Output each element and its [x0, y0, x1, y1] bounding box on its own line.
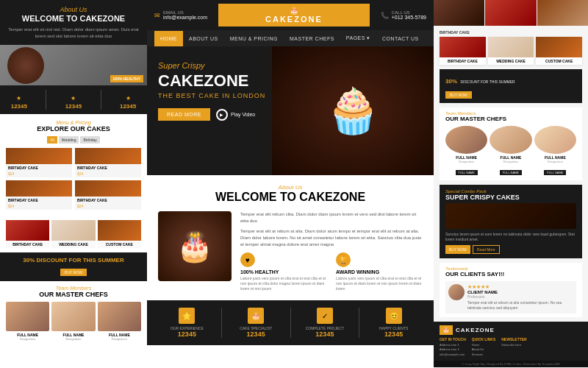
birthday-cake-label-right: BIRTHDAY CAKE	[440, 30, 582, 35]
cake-card-1[interactable]: BIRTHDAY CAKE $24	[6, 148, 72, 177]
nav-about[interactable]: ABOUT US	[183, 31, 224, 46]
featured-row-right: BIRTHDAY CAKE WEDDING CAKE CUSTOM CAKE	[440, 37, 582, 65]
logo[interactable]: 🎂 CAKEZONE	[218, 4, 370, 26]
nav-menu[interactable]: MENU & PRICING	[224, 31, 284, 46]
cake-card-4[interactable]: BIRTHDAY CAKE $24	[75, 180, 141, 210]
chef-role-left-2: Designation	[51, 337, 95, 341]
stat-divider-2	[101, 90, 101, 110]
projects-icon: ✓	[317, 308, 333, 324]
about-para2: Temper erat elit at rebum at alia. Diam …	[240, 228, 423, 248]
cake-price-3: $24	[6, 204, 72, 210]
filter-all[interactable]: All	[47, 136, 57, 144]
discount-buy-btn-left[interactable]: BUY NOW	[60, 269, 87, 276]
left-panel: About Us WELCOME TO CAKEZONE Temper erat…	[0, 0, 147, 368]
chefs-row-left: FULL NAME Designation FULL NAME Designat…	[6, 302, 141, 341]
chef-card-left-1: FULL NAME Designation	[6, 302, 49, 341]
cake-price-1: $24	[6, 171, 72, 177]
stat-num-1: 12345	[11, 103, 27, 110]
chef-role-right-3: Designation	[534, 160, 576, 163]
cake-card-3[interactable]: BIRTHDAY CAKE $24	[6, 180, 72, 210]
left-feature-image: 100% HEALTHY	[0, 45, 147, 85]
client-role: Profession	[467, 294, 573, 299]
cake-img-1	[6, 148, 72, 164]
footer-newsletter-link[interactable]: Subscribe here	[501, 343, 526, 347]
feat-cake-custom[interactable]: CUSTOM CAKE	[98, 220, 141, 248]
about-features: ♥ 100% HEALTHY Labore justo vero ipsum e…	[240, 252, 423, 291]
play-icon: ▶	[216, 109, 228, 121]
testimonial-content: ★★★★★ CLIENT NAME Profession Temper erat…	[467, 284, 573, 311]
feat-cake-wedding[interactable]: WEDDING CAKE	[51, 220, 95, 248]
footer-newsletter-title: NEWSLETTER	[501, 337, 526, 342]
rt-img-3	[537, 0, 588, 26]
phone-icon: 📞	[381, 12, 389, 19]
projects-num: 12345	[295, 330, 356, 338]
right-panel: BIRTHDAY CAKE BIRTHDAY CAKE WEDDING CAKE…	[434, 0, 588, 368]
experience-num: 12345	[157, 330, 218, 338]
nav-contact[interactable]: CONTACT US	[376, 31, 425, 46]
hero-subtitle: THE BEST CAKE IN LONDON	[158, 92, 265, 99]
hero-content: Super Crispy CAKEZONE THE BEST CAKE IN L…	[158, 61, 265, 121]
filter-wedding[interactable]: Wedding	[59, 136, 79, 144]
cake-grid: BIRTHDAY CAKE $24 BIRTHDAY CAKE $24 BIRT…	[6, 148, 141, 210]
filter-birthday[interactable]: Birthday	[80, 136, 99, 144]
cupcake-visual: 🧁	[272, 46, 434, 175]
chef-btn-right-3[interactable]: FULL NAME	[544, 170, 566, 175]
testimonial-title: OUR CLIENTS SAY!!!	[445, 271, 576, 277]
cake-card-2[interactable]: BIRTHDAY CAKE $24	[75, 148, 141, 177]
feat-right-wedding[interactable]: WEDDING CAKE	[488, 37, 534, 65]
nav-chefs[interactable]: MASTER CHEFS	[284, 31, 340, 46]
chef-photo-left-3	[98, 302, 141, 331]
footer-col-links-title: QUICK LINKS	[472, 337, 496, 342]
nav-home[interactable]: HOME	[154, 31, 183, 46]
feat-birthday-label: BIRTHDAY CAKE	[6, 241, 49, 248]
stat-clients: 😊 HAPPY CLIENTS 12345	[359, 308, 428, 338]
chefs-section-left: Team Members OUR MASTER CHEFS FULL NAME …	[0, 281, 147, 345]
chef-right-2: FULL NAME Designation FULL NAME	[490, 126, 531, 177]
feat-right-birthday[interactable]: BIRTHDAY CAKE	[440, 37, 486, 65]
cake-label-3: BIRTHDAY CAKE	[6, 197, 72, 204]
stat-specialist: 🎂 CAKE SPECIALIST 12345	[222, 308, 291, 338]
rt-img-2	[485, 0, 536, 26]
stat-item-2: ★ 12345	[65, 90, 82, 110]
super-crispy-buttons: BUY NOW Read More	[445, 245, 576, 254]
clients-icon: 😊	[386, 308, 402, 324]
discount-btn-right[interactable]: BUY NOW	[445, 91, 472, 99]
hero-section: 🧁 Super Crispy CAKEZONE THE BEST CAKE IN…	[147, 46, 434, 175]
about-title: WELCOME TO CAKEZONE	[158, 191, 423, 204]
specialist-num: 12345	[226, 330, 287, 338]
logo-text: CAKEZONE	[224, 15, 364, 24]
testimonials-section: Testimonial OUR CLIENTS SAY!!! ★★★★★ CLI…	[440, 263, 582, 317]
footer-logo-icon: 🎂	[440, 325, 453, 335]
right-top-images	[434, 0, 588, 26]
feat-right-custom[interactable]: CUSTOM CAKE	[536, 37, 582, 65]
chef-btn-right-2[interactable]: FULL NAME	[500, 170, 522, 175]
footer-links: GET IN TOUCH Address Line 1 Address Line…	[440, 337, 582, 357]
sc-read-btn[interactable]: Read More	[473, 245, 500, 254]
nav-bar: HOME ABOUT US MENU & PRICING MASTER CHEF…	[147, 30, 434, 46]
star-icon-1: ★	[16, 95, 21, 102]
chef-photo-right-2	[490, 126, 531, 154]
chef-btn-right-1[interactable]: FULL NAME	[456, 170, 478, 175]
chef-photo-right-1	[445, 126, 487, 154]
rt-img-1	[434, 0, 484, 26]
healthy-badge: 100% HEALTHY	[110, 75, 143, 82]
stat-num-2: 12345	[65, 103, 82, 110]
hero-buttons: Read More ▶ Play Video	[158, 108, 265, 121]
clients-num: 12345	[363, 330, 424, 338]
discount-text-right: DISCOUNT FOR THIS SUMMER	[460, 79, 514, 84]
sc-buy-btn[interactable]: BUY NOW	[445, 245, 470, 254]
feat-custom-label: CUSTOM CAKE	[98, 241, 141, 248]
welcome-title-left: WELCOME TO CAKEZONE	[6, 13, 141, 24]
feat-cake-birthday[interactable]: BIRTHDAY CAKE	[6, 220, 49, 248]
footer-link-3[interactable]: info@example.com	[440, 353, 466, 357]
footer-col-links: QUICK LINKS Home About Us Services	[472, 337, 496, 357]
stat-item-3: ★ 12345	[120, 90, 136, 110]
client-avatar	[448, 284, 465, 300]
play-video-button[interactable]: ▶ Play Video	[216, 109, 255, 121]
menu-pricing-label: Menu & Pricing	[6, 120, 141, 125]
chef-photo-right-3	[534, 126, 576, 154]
nav-pages[interactable]: PAGES ▾	[340, 30, 376, 46]
discount-pct-left: 30% DISCOUNT FOR THIS SUMMER	[6, 257, 141, 263]
footer-quick-3[interactable]: Services	[472, 353, 496, 357]
read-more-button[interactable]: Read More	[158, 108, 210, 121]
